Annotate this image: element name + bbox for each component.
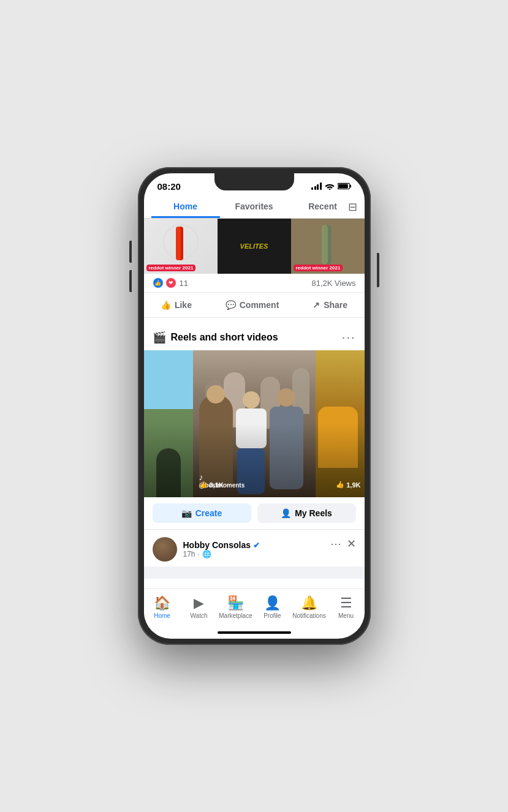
comment-button[interactable]: 💬 Comment	[216, 296, 289, 314]
nav-notifications-label: Notifications	[292, 612, 325, 619]
camera-icon: 📷	[181, 508, 192, 518]
svg-rect-5	[176, 227, 181, 260]
nav-menu[interactable]: ☰ Menu	[328, 593, 365, 622]
hobby-post-header: Hobby Consolas ✔ 17h · 🌐 ··· ✕	[144, 530, 365, 566]
reaction-emojis: 👍 ❤ 11	[153, 277, 188, 288]
views-count: 81,2K Views	[311, 279, 355, 288]
like-button[interactable]: 👍 Like	[151, 296, 202, 314]
reels-header: 🎬 Reels and short videos ···	[144, 323, 365, 350]
product-image-red: reddot winner 2021	[144, 219, 218, 274]
share-icon: ↗	[313, 300, 320, 310]
nav-menu-label: Menu	[338, 612, 354, 619]
tab-recent[interactable]: Recent	[289, 195, 357, 218]
wifi-icon	[325, 182, 335, 190]
product-image-black: VELITES	[218, 219, 291, 274]
reels-title: 🎬 Reels and short videos	[153, 331, 278, 344]
like-icon: 👍	[161, 300, 171, 310]
volume-down-button[interactable]	[129, 270, 132, 292]
status-icons	[311, 182, 351, 190]
notch	[214, 173, 294, 190]
verified-badge: ✔	[253, 541, 260, 550]
reels-more-button[interactable]: ···	[342, 330, 356, 344]
comment-icon: 💬	[226, 300, 236, 310]
my-reels-button[interactable]: 👤 My Reels	[257, 503, 356, 523]
tab-home[interactable]: Home	[151, 195, 220, 218]
home-indicator	[218, 631, 291, 634]
like-emoji: 👍	[153, 277, 164, 288]
nav-watch[interactable]: ▶ Watch	[181, 593, 218, 622]
post-more-button[interactable]: ···	[330, 538, 341, 551]
menu-icon: ☰	[340, 595, 352, 611]
post-author: Hobby Consolas ✔ 17h · 🌐	[153, 537, 260, 562]
nav-tabs: Home Favorites Recent ⊟	[144, 195, 365, 219]
nav-home-label: Home	[154, 612, 170, 619]
svg-rect-7	[322, 225, 328, 265]
notifications-icon: 🔔	[301, 595, 317, 611]
volume-up-button[interactable]	[129, 241, 132, 263]
post-meta: 17h · 🌐	[183, 550, 260, 558]
home-icon: 🏠	[154, 595, 170, 611]
tab-favorites[interactable]: Favorites	[220, 195, 289, 218]
profile-icon: 👤	[281, 508, 291, 518]
comment-label: Comment	[240, 300, 279, 310]
phone-screen: 08:20 Home	[144, 173, 365, 639]
nav-profile[interactable]: 👤 Profile	[254, 593, 291, 622]
reel-buttons: 📷 Create 👤 My Reels	[144, 497, 365, 530]
reel-main-likes: 👍 3,1K	[199, 481, 224, 489]
heart-emoji: ❤	[165, 277, 176, 288]
post-controls: ··· ✕	[330, 537, 355, 551]
share-button[interactable]: ↗ Share	[303, 296, 357, 314]
signal-icon	[311, 182, 322, 190]
reactions-row: 👍 ❤ 11 81,2K Views	[144, 274, 365, 292]
marketplace-icon: 🏪	[227, 595, 244, 611]
battery-icon	[338, 182, 351, 190]
reel-right[interactable]: 👍 1,9K	[316, 350, 365, 497]
filter-icon[interactable]: ⊟	[348, 200, 357, 214]
power-button[interactable]	[377, 253, 379, 287]
nav-home[interactable]: 🏠 Home	[144, 593, 181, 622]
reels-icon: 🎬	[153, 331, 166, 344]
share-label: Share	[324, 300, 347, 310]
post-close-button[interactable]: ✕	[347, 537, 356, 551]
nav-profile-label: Profile	[263, 612, 281, 619]
post-actions: 👍 Like 💬 Comment ↗ Share	[144, 292, 365, 318]
nav-marketplace-label: Marketplace	[219, 612, 252, 619]
nav-watch-label: Watch	[191, 612, 208, 619]
profile-nav-icon: 👤	[264, 595, 281, 611]
svg-rect-2	[338, 184, 348, 188]
like-label: Like	[175, 300, 192, 310]
watch-icon: ▶	[194, 595, 204, 611]
product-images-row: reddot winner 2021 VELITES reddot winner…	[144, 219, 365, 274]
reel-right-likes: 👍 1,9K	[336, 481, 360, 489]
reel-main[interactable]: ♪ @bestmoments 👍 3,1K	[193, 350, 316, 497]
reels-strip: ♪ @bestmoments 👍 3,1K	[144, 350, 365, 497]
reel-left[interactable]	[144, 350, 193, 497]
nav-notifications[interactable]: 🔔 Notifications	[291, 593, 328, 622]
author-name: Hobby Consolas ✔	[183, 540, 260, 550]
avatar	[153, 537, 177, 562]
content-scroll[interactable]: reddot winner 2021 VELITES reddot winner…	[144, 219, 365, 588]
product-image-camo: reddot winner 2021	[291, 219, 365, 274]
reaction-count: 11	[180, 279, 188, 288]
globe-icon: 🌐	[202, 550, 211, 558]
svg-rect-1	[350, 185, 351, 188]
create-reel-button[interactable]: 📷 Create	[153, 503, 251, 523]
phone-device: 08:20 Home	[138, 167, 371, 645]
reels-section: 🎬 Reels and short videos ···	[144, 323, 365, 530]
status-time: 08:20	[157, 181, 181, 192]
nav-marketplace[interactable]: 🏪 Marketplace	[218, 593, 254, 622]
bottom-nav: 🏠 Home ▶ Watch 🏪 Marketplace 👤 Profile 🔔…	[144, 588, 365, 631]
